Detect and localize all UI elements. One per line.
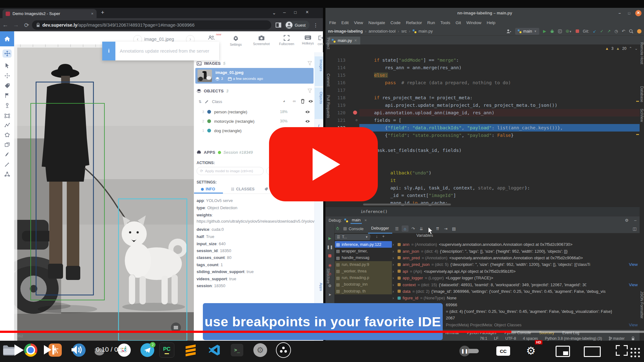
debug-minimize-icon[interactable]: – <box>634 218 636 223</box>
apps-panel-header[interactable]: APPS Session #18349 <box>197 150 253 155</box>
frame-row[interactable]: ▤handle_messag <box>335 255 392 261</box>
horizontal-scrollbar[interactable] <box>363 204 451 205</box>
apply-model-button[interactable]: ⟳Apply model to image (ctrl+m) <box>197 167 264 175</box>
dock-files-icon[interactable] <box>1 343 16 358</box>
eye-all-icon[interactable] <box>308 100 313 103</box>
profiler-icon[interactable]: ⦾▼ <box>566 29 572 34</box>
menu-refactor[interactable]: Refactor <box>406 20 422 25</box>
reload-icon[interactable]: ⟳ <box>21 22 32 29</box>
tab-close-icon[interactable]: ✕ <box>354 39 357 43</box>
pen-icon[interactable] <box>205 100 209 104</box>
video-progress-track[interactable] <box>0 331 644 333</box>
rollback-icon[interactable]: ↶ <box>622 29 625 34</box>
view-link[interactable]: View <box>629 262 638 267</box>
variable-row[interactable]: ›ann= (Annotation)<supervisely.annotatio… <box>393 241 640 248</box>
editor-tab-mainpy[interactable]: main.py ✕ <box>329 37 360 44</box>
stats-icon[interactable]: ◕ <box>283 99 285 103</box>
show-execution-point-icon[interactable]: ⌂ <box>402 225 409 232</box>
sidetab-json-formatter[interactable]: JSON Formatter <box>640 291 644 318</box>
frame-down-icon[interactable]: ↓ <box>376 234 378 239</box>
frame-row[interactable]: ▤_bootstrap, th <box>335 288 392 294</box>
menu-git[interactable]: Git <box>456 20 461 25</box>
sidetab-commit[interactable]: Commit <box>326 74 330 86</box>
step-over-icon[interactable]: ↷ <box>410 225 417 232</box>
pycharm-close-icon[interactable]: ✕ <box>635 10 641 16</box>
sidetab-project[interactable]: Project <box>326 38 330 49</box>
pycharm-minimize-icon[interactable]: – <box>619 11 621 15</box>
link-icon[interactable]: ∞ <box>293 99 296 103</box>
history-icon[interactable]: ◷ <box>615 29 618 34</box>
yt-play-button[interactable] <box>14 344 24 356</box>
git-commit-icon[interactable]: ✓ <box>600 29 604 34</box>
tab-debugger[interactable]: Debugger <box>368 224 392 234</box>
pycharm-title-bar[interactable]: nn-image-labeling – main.py – □ ✕ <box>325 8 644 18</box>
tool-brush[interactable] <box>3 150 12 158</box>
window-minimize-icon[interactable]: – <box>283 9 286 15</box>
rerun-icon[interactable]: ⥁ <box>336 226 339 231</box>
menu-view[interactable]: View <box>354 20 363 25</box>
run-user-icon[interactable] <box>506 29 511 34</box>
view-breakpoints-icon[interactable]: ◉ <box>327 262 333 268</box>
run-icon[interactable]: ▶ <box>543 29 546 34</box>
sort-icon[interactable]: ⇅ <box>198 100 202 104</box>
frame-row[interactable]: ▤wrapper_timer, <box>335 248 392 254</box>
dock-obs-icon[interactable] <box>276 343 291 358</box>
tool-smart[interactable] <box>3 160 12 168</box>
object-row-motorcycle[interactable]: 2 motorcycle (rectangle) 30% <box>197 117 313 126</box>
url-field[interactable]: dev.supervise.ly/app/images/8/349/12067/… <box>32 20 271 30</box>
menu-window[interactable]: Window <box>466 20 481 25</box>
yt-volume-icon[interactable] <box>71 344 82 355</box>
yt-autoplay-toggle[interactable]: ❚❚ <box>459 346 479 356</box>
frame-row[interactable]: ▤inference, main.py:122 <box>335 241 392 248</box>
window-close-icon[interactable]: × <box>306 9 309 15</box>
menu-navigate[interactable]: Navigate <box>368 20 385 25</box>
dock-telegram-icon[interactable]: 2 <box>140 343 155 358</box>
pin-icon[interactable]: ➤ <box>327 292 333 297</box>
pycharm-maximize-icon[interactable]: □ <box>628 11 630 15</box>
images-filter-icon[interactable] <box>308 61 312 65</box>
interpreter[interactable]: Python 3.8 (nn-image-labeling) (3) <box>545 336 602 341</box>
tab-classes[interactable]: ☷CLASSES <box>231 187 255 191</box>
new-tab-button[interactable]: + <box>101 9 104 16</box>
tool-graph[interactable] <box>3 170 12 178</box>
toolbar-item-exit[interactable]: cxnt <box>318 35 324 46</box>
tool-polyline[interactable] <box>3 121 12 129</box>
run-config-selector[interactable]: main ▼ <box>515 28 539 35</box>
tab-console[interactable]: Console <box>340 224 367 233</box>
tool-clone[interactable] <box>3 141 12 149</box>
variable-row[interactable]: ›app_logger= (Logger)<Logger logger (TRA… <box>393 275 640 281</box>
dock-slack-icon[interactable] <box>117 343 132 358</box>
frame-up-icon[interactable]: ↑ <box>369 234 372 239</box>
back-icon[interactable]: ← <box>0 22 11 28</box>
side-panel-icon[interactable] <box>276 23 281 28</box>
variable-row[interactable]: ›api= (Api)<supervisely.api.api.Api obje… <box>393 268 640 275</box>
indent[interactable]: 4 spaces <box>523 336 538 341</box>
variable-row[interactable]: ›ann_pred_json= (dict: 5){'description':… <box>393 261 640 268</box>
selected-image-row[interactable]: image_01.jpeg 3 a few seconds ago <box>195 68 314 84</box>
frame-row[interactable]: ▤_worker, threa <box>335 268 392 274</box>
variable-row[interactable]: ›ann_pred= (Annotation)<supervisely.anno… <box>393 255 640 261</box>
dock-pycharm-icon[interactable]: PC <box>159 343 174 358</box>
trash-icon[interactable] <box>301 99 305 104</box>
yt-theater-button[interactable] <box>584 346 601 357</box>
sidetab-remote-host[interactable]: Remote Host <box>640 42 644 64</box>
toolbar-item-fullscreen[interactable]: Fullscreen <box>279 35 294 46</box>
dock-settings-icon[interactable]: ⚙ <box>253 343 268 358</box>
inspection-widget[interactable]: ▲3 ▲20 ⌃⌄ <box>605 46 638 51</box>
view-link[interactable]: View <box>629 323 638 327</box>
caret-position[interactable]: 76:1 <box>480 336 487 341</box>
toolbar-item-screenshot[interactable]: Screenshot <box>253 35 270 46</box>
variable-row[interactable]: ›figure_id= (NoneType)None <box>393 295 640 301</box>
yt-captions-button[interactable]: CC <box>496 346 510 356</box>
frame-row[interactable]: ▤_bootstrap_inn <box>335 281 392 288</box>
forward-icon[interactable]: → <box>11 22 21 28</box>
window-chevron-icon[interactable]: ⌄ <box>272 10 276 16</box>
dock-appgrid-icon[interactable] <box>628 345 643 360</box>
tool-select[interactable] <box>3 61 12 70</box>
stop-icon[interactable] <box>328 254 331 257</box>
encoding[interactable]: UTF-8 <box>505 336 516 341</box>
yt-miniplayer-button[interactable] <box>556 346 570 357</box>
menu-run[interactable]: Run <box>427 20 435 25</box>
frame-row[interactable]: ▤run, thread.py:9 <box>335 261 392 268</box>
run-to-cursor-icon[interactable]: ⇥ <box>442 225 449 232</box>
